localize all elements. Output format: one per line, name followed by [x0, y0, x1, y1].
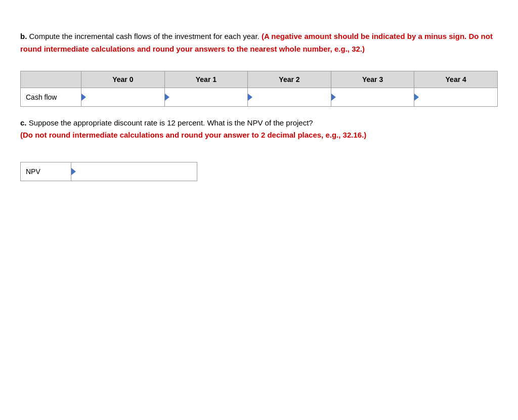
- section-c-text-red: (Do not round intermediate calculations …: [20, 131, 366, 139]
- npv-input-cell[interactable]: [71, 162, 197, 181]
- table-header-year4: Year 4: [414, 71, 498, 88]
- section-c: c. Suppose the appropriate discount rate…: [20, 117, 498, 142]
- npv-input[interactable]: [71, 162, 197, 181]
- section-b-label: b.: [20, 32, 27, 40]
- cash-flow-year1-cell[interactable]: [164, 88, 248, 106]
- cash-flow-year3-cell[interactable]: [331, 88, 414, 106]
- section-c-text-normal: Suppose the appropriate discount rate is…: [27, 118, 313, 127]
- table-header-year0: Year 0: [81, 71, 165, 88]
- npv-section: NPV: [20, 162, 498, 181]
- table-header-year3: Year 3: [331, 71, 414, 88]
- section-b-text-normal: Compute the incremental cash flows of th…: [27, 32, 259, 40]
- cash-flow-year1-input[interactable]: [165, 88, 248, 106]
- section-b-paragraph: b. Compute the incremental cash flows of…: [20, 30, 498, 56]
- cash-flow-year2-input[interactable]: [248, 88, 331, 106]
- npv-table-container: NPV: [20, 162, 498, 181]
- cash-flow-year3-input[interactable]: [331, 88, 414, 106]
- table-header-year2: Year 2: [248, 71, 331, 88]
- cash-flow-year0-input[interactable]: [81, 88, 164, 106]
- section-c-label: c.: [20, 118, 27, 127]
- cash-flow-year4-cell[interactable]: [414, 88, 498, 106]
- cash-flow-year4-input[interactable]: [414, 88, 497, 106]
- npv-row: NPV: [21, 162, 197, 181]
- table-header-year1: Year 1: [164, 71, 248, 88]
- cash-flow-label: Cash flow: [21, 88, 81, 106]
- npv-label: NPV: [21, 162, 71, 181]
- section-c-paragraph: c. Suppose the appropriate discount rate…: [20, 117, 498, 142]
- npv-table: NPV: [20, 162, 197, 181]
- section-b: b. Compute the incremental cash flows of…: [20, 30, 498, 56]
- table-header-empty: [21, 71, 81, 88]
- cash-flow-table-container: Year 0 Year 1 Year 2 Year 3 Year 4 Cash …: [20, 71, 498, 107]
- cash-flow-year2-cell[interactable]: [248, 88, 331, 106]
- cash-flow-table: Year 0 Year 1 Year 2 Year 3 Year 4 Cash …: [20, 71, 498, 107]
- cash-flow-year0-cell[interactable]: [81, 88, 165, 106]
- table-row-cashflow: Cash flow: [21, 88, 498, 106]
